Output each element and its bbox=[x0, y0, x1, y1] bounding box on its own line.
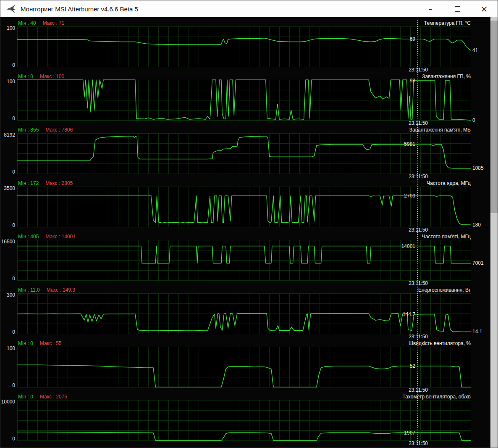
scale-max-label: 100 bbox=[7, 345, 15, 351]
min-label: Мін : 11.0 bbox=[18, 287, 40, 293]
trace-svg bbox=[17, 26, 471, 67]
max-label: Макс : 149.3 bbox=[47, 287, 75, 293]
current-value-label: 0 bbox=[472, 118, 475, 123]
min-label: Мін : 172 bbox=[18, 180, 39, 187]
time-cursor-line bbox=[417, 20, 418, 446]
max-label: Макс : 71 bbox=[43, 20, 65, 26]
trace-line bbox=[17, 80, 471, 120]
graph-plot[interactable]: 10000 0 1907 bbox=[17, 400, 471, 441]
max-label: Макс : 2075 bbox=[40, 393, 67, 400]
monitoring-area: Мін : 40 Макс : 71 Температура ГП, °C 10… bbox=[0, 17, 498, 448]
cursor-value-label: 5981 bbox=[17, 142, 415, 147]
maximize-icon bbox=[455, 6, 460, 12]
scale-max-label: 100 bbox=[7, 25, 15, 31]
graph-panel: Мін : 40 Макс : 71 Температура ГП, °C 10… bbox=[0, 20, 498, 73]
minimize-button[interactable]: – bbox=[417, 0, 444, 17]
trace-line bbox=[17, 195, 471, 225]
cursor-time-label: 23:11:50 bbox=[0, 227, 428, 233]
current-value-label: 41 bbox=[472, 48, 478, 53]
panel-title: Температура ГП, °C bbox=[424, 20, 498, 26]
panel-header: Мін : 855 Макс : 7806 Завантаження пам'я… bbox=[0, 126, 498, 133]
panel-title: Енергоспоживання, Вт bbox=[418, 287, 498, 293]
scrollbar-thumb[interactable] bbox=[490, 21, 498, 213]
cursor-time-label: 23:11:50 bbox=[0, 334, 428, 340]
minimize-icon: – bbox=[429, 5, 432, 13]
graph-panel: Мін : 0 Макс : 100 Завантаження ГП, % 10… bbox=[0, 73, 498, 126]
max-label: Макс : 55 bbox=[40, 340, 62, 347]
current-value-label: 1085 bbox=[472, 166, 484, 171]
cursor-value-label: 98 bbox=[17, 78, 415, 83]
maximize-button[interactable] bbox=[444, 0, 471, 17]
panel-title: Тахометр вентилятора, об/хв bbox=[402, 393, 498, 400]
min-label: Мін : 40 bbox=[18, 20, 36, 26]
min-label: Мін : 405 bbox=[18, 233, 39, 240]
trace-svg bbox=[17, 133, 471, 174]
min-label: Мін : 0 bbox=[18, 340, 33, 347]
cursor-time-label: 23:11:50 bbox=[0, 67, 428, 73]
current-value-label: 14.1 bbox=[472, 329, 482, 334]
panel-title: Швидкість вентилятора, % bbox=[409, 340, 498, 347]
cursor-time-label: 23:11:50 bbox=[0, 280, 428, 287]
min-label: Мін : 0 bbox=[18, 393, 33, 400]
graph-plot[interactable]: 100 0 69 41 bbox=[17, 26, 471, 67]
panel-title: Частота ядра, МГц bbox=[427, 180, 498, 187]
graph-plot[interactable]: 16500 0 14001 7001 bbox=[17, 240, 471, 281]
current-value-label: 180 bbox=[472, 222, 481, 227]
graph-panel: Мін : 405 Макс : 14001 Частота пам'яті, … bbox=[0, 233, 498, 287]
scale-max-label: 16500 bbox=[1, 239, 15, 245]
max-label: Макс : 7806 bbox=[45, 126, 73, 133]
current-value-label: 7001 bbox=[472, 261, 484, 266]
cursor-value-label: 52 bbox=[17, 364, 415, 369]
close-button[interactable]: × bbox=[471, 0, 498, 17]
panel-header: Мін : 0 Макс : 2075 Тахометр вентилятора… bbox=[0, 393, 498, 400]
scale-max-label: 8192 bbox=[4, 132, 15, 138]
graph-panel: Мін : 11.0 Макс : 149.3 Енергоспоживання… bbox=[0, 287, 498, 340]
graph-panel: Мін : 0 Макс : 2075 Тахометр вентилятора… bbox=[0, 393, 498, 447]
graph-plot[interactable]: 100 0 98 0 bbox=[17, 80, 471, 121]
cursor-time-label: 23:11:50 bbox=[0, 387, 428, 393]
scale-max-label: 300 bbox=[7, 292, 15, 298]
graph-plot[interactable]: 300 0 144.7 14.1 bbox=[17, 293, 471, 334]
cursor-value-label: 1907 bbox=[17, 430, 415, 435]
trace-line bbox=[17, 136, 471, 169]
panel-title: Завантаження пам'яті, МБ bbox=[409, 126, 498, 133]
afterburner-jet-icon bbox=[5, 4, 16, 14]
cursor-time-label: 23:11:50 bbox=[0, 120, 428, 126]
cursor-value-label: 144.7 bbox=[17, 312, 415, 317]
graph-panel: Мін : 855 Макс : 7806 Завантаження пам'я… bbox=[0, 126, 498, 180]
panel-header: Мін : 40 Макс : 71 Температура ГП, °C bbox=[0, 20, 498, 26]
graph-plot[interactable]: 8192 0 5981 1085 bbox=[17, 133, 471, 174]
cursor-value-label: 69 bbox=[17, 37, 415, 42]
cursor-time-label: 23:11:50 bbox=[0, 440, 428, 447]
close-icon: × bbox=[481, 4, 488, 14]
vertical-scrollbar[interactable] bbox=[490, 17, 498, 448]
scale-max-label: 10000 bbox=[1, 399, 15, 405]
scale-max-label: 100 bbox=[7, 79, 15, 84]
window-controls: – × bbox=[417, 0, 498, 17]
graph-panel: Мін : 172 Макс : 2805 Частота ядра, МГц … bbox=[0, 180, 498, 233]
graph-plot[interactable]: 3500 0 2700 180 bbox=[17, 187, 471, 227]
max-label: Макс : 14001 bbox=[45, 233, 76, 240]
panel-header: Мін : 405 Макс : 14001 Частота пам'яті, … bbox=[0, 233, 498, 240]
scale-max-label: 3500 bbox=[4, 185, 15, 191]
graph-panel: Мін : 0 Макс : 55 Швидкість вентилятора,… bbox=[0, 340, 498, 393]
panel-header: Мін : 11.0 Макс : 149.3 Енергоспоживання… bbox=[0, 287, 498, 293]
cursor-value-label: 14001 bbox=[17, 244, 415, 249]
window-title: Моніторинг MSI Afterburner v4.6.6 Beta 5 bbox=[21, 5, 138, 13]
cursor-time-label: 23:11:50 bbox=[0, 174, 428, 180]
max-label: Макс : 2805 bbox=[45, 180, 73, 187]
cursor-value-label: 2700 bbox=[17, 193, 415, 198]
panel-title: Завантаження ГП, % bbox=[422, 73, 498, 80]
titlebar: Моніторинг MSI Afterburner v4.6.6 Beta 5… bbox=[0, 0, 498, 17]
trace-svg bbox=[17, 80, 471, 120]
afterburner-monitor-window: Моніторинг MSI Afterburner v4.6.6 Beta 5… bbox=[0, 0, 498, 448]
panel-header: Мін : 0 Макс : 55 Швидкість вентилятора,… bbox=[0, 340, 498, 347]
panel-title: Частота пам'яті, МГц bbox=[422, 233, 498, 240]
min-label: Мін : 855 bbox=[18, 126, 39, 133]
graph-plot[interactable]: 100 0 52 bbox=[17, 347, 471, 387]
trace-svg bbox=[17, 187, 471, 227]
panel-header: Мін : 172 Макс : 2805 Частота ядра, МГц bbox=[0, 180, 498, 187]
